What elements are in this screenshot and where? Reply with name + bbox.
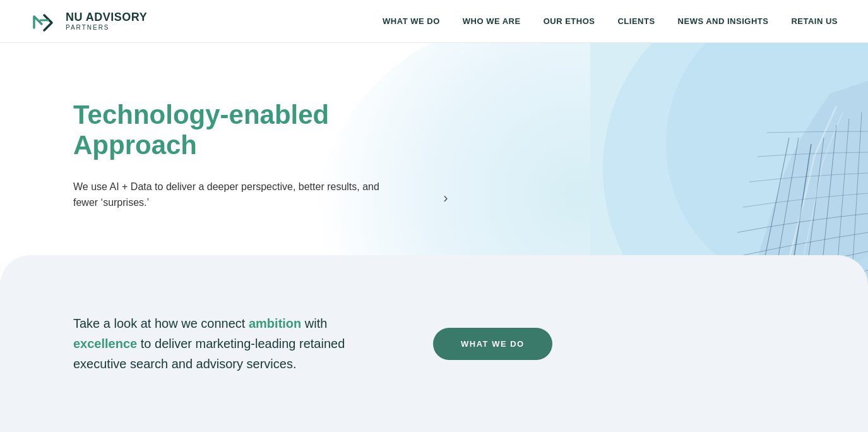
nav-clients[interactable]: CLIENTS [617, 16, 655, 26]
main-nav: WHAT WE DO WHO WE ARE OUR ETHOS CLIENTS … [383, 16, 838, 26]
bottom-text-block: Take a look at how we connect ambition w… [73, 313, 383, 374]
main-content: Technology-enabled Approach We use AI + … [0, 43, 868, 432]
what-we-do-button[interactable]: WHAT WE DO [433, 328, 552, 360]
hero-section: Technology-enabled Approach We use AI + … [0, 43, 391, 211]
nav-retain-us[interactable]: RETAIN US [791, 16, 838, 26]
carousel-next-arrow[interactable]: › [436, 188, 456, 208]
logo-name: NU ADVISORY [66, 11, 147, 24]
bottom-middle: with [305, 316, 328, 330]
nav-news-and-insights[interactable]: NEWS AND INSIGHTS [678, 16, 769, 26]
nav-our-ethos[interactable]: OUR ETHOS [544, 16, 595, 26]
logo-icon [30, 8, 58, 35]
bottom-section: Take a look at how we connect ambition w… [0, 255, 868, 432]
hero-title: Technology-enabled Approach [73, 100, 391, 161]
logo[interactable]: NU ADVISORY PARTNERS [30, 8, 147, 35]
bottom-excellence: excellence [73, 337, 137, 351]
nav-what-we-do[interactable]: WHAT WE DO [383, 16, 440, 26]
bottom-prefix: Take a look at how we connect [73, 316, 245, 330]
hero-description: We use AI + Data to deliver a deeper per… [73, 179, 383, 211]
nav-who-we-are[interactable]: WHO WE ARE [463, 16, 521, 26]
logo-sub: PARTNERS [66, 24, 147, 31]
bottom-ambition: ambition [249, 316, 301, 330]
